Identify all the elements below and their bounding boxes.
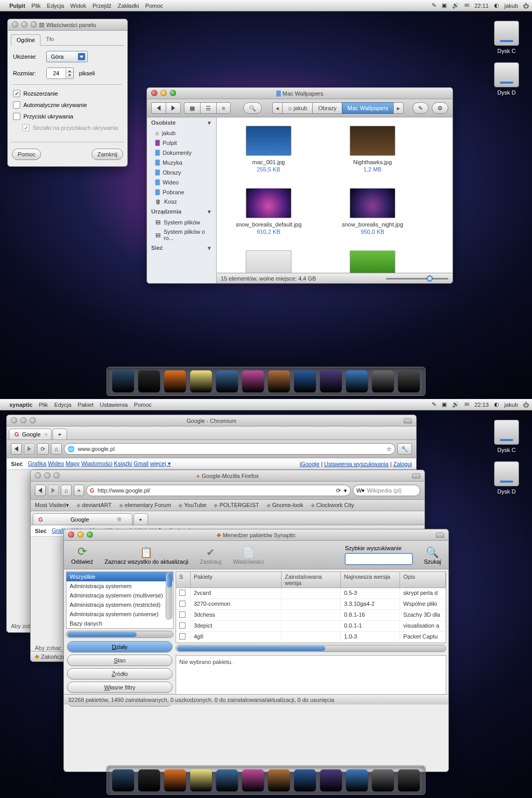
file-item[interactable]: snow_borealis_default.jpg910,2 KB — [232, 188, 305, 235]
power-icon[interactable]: ⏻ — [523, 3, 529, 9]
bookmark-item[interactable]: ◈ deviantART — [76, 502, 112, 508]
battery-icon[interactable]: ▣ — [442, 2, 447, 9]
mark-all-button[interactable]: 📋Zaznacz wszystko do aktualizacji — [104, 546, 188, 565]
bookmark-item[interactable]: ◈ elementary Forum — [119, 502, 171, 508]
dock-app-8[interactable] — [320, 769, 342, 791]
view-list-button[interactable]: ☰ — [200, 102, 217, 114]
username[interactable]: jakub — [504, 402, 518, 408]
pen-icon[interactable]: ✎ — [432, 401, 436, 408]
category-item[interactable]: Administracja systemem (universe) — [66, 609, 173, 619]
dock-app-3[interactable] — [190, 769, 212, 791]
category-list[interactable]: WszystkieAdministracja systememAdministr… — [66, 571, 174, 629]
table-cell[interactable] — [176, 588, 191, 599]
maximize-icon[interactable] — [170, 90, 176, 96]
tab-general[interactable]: Ogólne — [11, 34, 41, 46]
category-item[interactable]: Administracja systemem (restricted) — [66, 600, 173, 609]
close-tab-icon[interactable]: ⊗ — [117, 516, 122, 523]
vscrollbar[interactable] — [166, 573, 172, 620]
spin-down-icon[interactable] — [66, 73, 73, 78]
nav-link[interactable]: Książki — [114, 460, 132, 467]
search-button[interactable]: 🔍 — [243, 102, 262, 114]
nav-link[interactable]: Mapy — [65, 460, 79, 467]
sidebar-item-filesystem[interactable]: ▤System plików — [147, 217, 216, 227]
dock-app-2[interactable] — [164, 370, 186, 392]
dock-app-3[interactable] — [190, 370, 212, 392]
menu-item[interactable]: Pomoc — [145, 3, 163, 9]
column-header[interactable]: S — [176, 572, 191, 588]
desktop-drive-d[interactable]: Dysk D — [488, 461, 525, 495]
search-button[interactable]: 🔍Szukaj — [424, 546, 441, 565]
dock-app-0[interactable] — [112, 370, 134, 392]
dock-app-2[interactable] — [164, 769, 186, 791]
minimize-icon[interactable] — [161, 90, 167, 96]
category-item[interactable]: Wszystkie — [66, 572, 173, 581]
new-tab-button[interactable]: + — [52, 429, 67, 440]
username[interactable]: jakub — [504, 3, 518, 9]
close-icon[interactable] — [35, 472, 41, 478]
column-header[interactable]: Zainstalowana wersja — [282, 572, 341, 588]
pkg-checkbox[interactable] — [179, 611, 185, 618]
spin-up-icon[interactable] — [66, 69, 73, 73]
pill-icon[interactable] — [412, 473, 420, 478]
maximize-icon[interactable] — [54, 472, 60, 478]
tab-google[interactable]: GGoogle⊗ — [33, 513, 132, 525]
nav-link[interactable]: iGoogle — [300, 461, 320, 467]
file-item[interactable]: mac_001.jpg255,5 KB — [232, 126, 305, 172]
desktop-drive-c[interactable]: Dysk C — [488, 420, 525, 453]
nav-link[interactable]: Grafika — [28, 460, 46, 467]
path-segment-active[interactable]: Mac Wallpapers — [342, 102, 394, 114]
home-button[interactable]: ⌂ — [51, 443, 62, 455]
category-item[interactable]: Administracja systemem — [66, 581, 173, 591]
column-header[interactable]: Najnowsza wersja — [341, 572, 400, 588]
close-icon[interactable] — [11, 417, 17, 423]
dock-app-9[interactable] — [346, 370, 368, 392]
search-box[interactable]: W▾Wikipedia (pl) — [353, 485, 420, 496]
desktop-drive-d[interactable]: Dysk D — [488, 62, 525, 96]
maximize-icon[interactable] — [30, 417, 36, 423]
dock-app-7[interactable] — [294, 769, 316, 791]
url-bar[interactable]: Ghttp://www.google.pl/⟳▾ — [86, 485, 351, 496]
back-button[interactable] — [11, 443, 22, 455]
sidebar-item-music[interactable]: ▇Muzyka — [147, 157, 216, 167]
settings-button[interactable]: ⚙ — [432, 102, 448, 114]
menu-item[interactable]: Widok — [70, 3, 86, 9]
menu-item[interactable]: Zakładki — [118, 3, 139, 9]
dock-app-5[interactable] — [242, 769, 264, 791]
titlebar[interactable]: ▧Właściwości panelu — [8, 19, 127, 31]
app-name[interactable]: Pulpit — [9, 3, 25, 9]
menu-item[interactable]: Plik — [32, 3, 41, 9]
wrench-button[interactable]: 🔧 — [397, 443, 412, 455]
layout-dropdown[interactable]: Góra — [46, 51, 88, 62]
table-cell[interactable] — [176, 621, 191, 632]
nav-link[interactable]: więcej ▾ — [150, 460, 171, 467]
edit-button[interactable]: ✎ — [413, 102, 429, 114]
app-name[interactable]: synaptic — [9, 402, 33, 408]
maximize-icon[interactable] — [87, 531, 93, 538]
minimize-icon[interactable] — [44, 472, 50, 478]
nav-link[interactable]: Wideo — [48, 460, 64, 467]
hidebtns-checkbox[interactable] — [13, 113, 20, 120]
titlebar[interactable]: Google - Chromium — [7, 415, 416, 427]
reload-button[interactable]: ⟳ — [37, 443, 49, 455]
path-segment[interactable]: ⌂ jakub — [282, 102, 313, 114]
sidebar-heading-personal[interactable]: Osobiste▾ — [147, 117, 216, 128]
view-button[interactable]: Działy — [67, 641, 172, 653]
bookmark-item[interactable]: ◈ Gnome-look — [267, 502, 303, 508]
titlebar[interactable]: ▇Mac Wallpapers — [147, 88, 453, 99]
menu-item[interactable]: Ustawienia — [100, 402, 128, 408]
sidebar-item-trash[interactable]: 🗑Kosz — [147, 197, 216, 206]
back-button[interactable] — [35, 485, 46, 496]
menu-item[interactable]: Edycja — [47, 3, 64, 9]
menu-item[interactable]: Pomoc — [134, 402, 152, 408]
autohide-checkbox[interactable] — [13, 101, 20, 109]
file-item[interactable]: Snow_Leopard_by_FledMorphine.jpg1,4 MB — [232, 250, 305, 273]
most-visited-button[interactable]: Most Visited▾ — [35, 502, 69, 509]
back-button[interactable] — [151, 102, 166, 114]
refresh-button[interactable]: ⟳Odśwież — [71, 545, 93, 565]
file-item[interactable]: snow_borealis_night.jpg950,0 KB — [336, 188, 409, 235]
sidebar-item-home[interactable]: ⌂jakub — [147, 128, 216, 138]
sidebar-heading-network[interactable]: Sieć▾ — [147, 243, 216, 254]
nav-link[interactable]: Wiadomości — [81, 460, 112, 467]
dock-app-1[interactable] — [138, 769, 160, 791]
category-item[interactable]: Bazy danych — [66, 619, 173, 628]
